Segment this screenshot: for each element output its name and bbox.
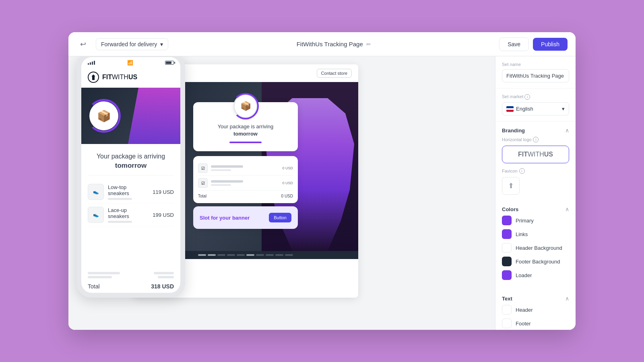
color-primary-row[interactable]: Primary	[502, 216, 569, 225]
colors-title: Colors	[502, 206, 518, 212]
color-header-bg-row[interactable]: Header Background	[502, 243, 569, 253]
back-button[interactable]: ↩	[76, 38, 89, 51]
set-market-section: Set market i English ▾	[495, 88, 576, 121]
info-icon[interactable]: i	[533, 137, 539, 142]
phone-total-row: Total 318 USD	[88, 280, 174, 290]
product-thumbnail: 👟	[88, 207, 104, 223]
info-icon[interactable]: i	[524, 94, 530, 100]
header-bg-label: Header Background	[516, 245, 562, 251]
text-footer-row[interactable]: Footer	[502, 319, 569, 328]
dot	[285, 254, 293, 256]
links-color-label: Links	[516, 231, 528, 237]
set-name-input[interactable]	[502, 69, 569, 82]
signal-icon	[88, 61, 95, 65]
text-header-row[interactable]: Header	[502, 305, 569, 315]
canvas-area: 📶	[68, 56, 495, 330]
horizontal-logo-label: Horizontal logo i	[502, 137, 569, 142]
package-icon: 📦	[240, 101, 251, 111]
chevron-down-icon: ▾	[562, 106, 565, 112]
contact-store-button[interactable]: Contact store	[317, 69, 352, 78]
dot	[275, 254, 283, 256]
tracking-status-text: Your package is arriving tomorrow	[201, 123, 290, 138]
toolbar: ↩ Forwarded for delivery ▾ FitWithUs Tra…	[68, 32, 576, 56]
set-name-section: Set name	[495, 56, 576, 88]
hero-image	[128, 88, 180, 144]
right-panel: Set name Set market i English ▾	[495, 56, 576, 330]
tracking-icon: 📦	[89, 101, 118, 130]
banner-slot: Slot for your banner Button	[193, 206, 298, 229]
total-label: Total	[88, 283, 100, 290]
status-line2: tomorrow	[88, 161, 174, 171]
edit-title-icon[interactable]: ✏	[366, 41, 371, 47]
set-market-label: Set market i	[502, 94, 569, 100]
phone-total-area: Total 318 USD	[81, 269, 180, 293]
loader-color-label: Loader	[516, 272, 532, 278]
product-desc-bar	[108, 198, 132, 200]
collapse-icon[interactable]: ∧	[565, 206, 569, 212]
product-thumbnail: ☑	[198, 178, 208, 188]
links-color-swatch	[502, 229, 512, 239]
dot	[266, 254, 274, 256]
product-price: 0 USD	[282, 181, 293, 185]
table-row: ☑ 0 USD	[198, 161, 293, 176]
colors-header: Colors ∧	[495, 200, 576, 216]
main-content: 📶	[68, 56, 576, 330]
product-thumbnail: ☑	[198, 163, 208, 173]
product-price: 0 USD	[282, 166, 293, 170]
total-row: Total 0 USD	[198, 191, 293, 198]
colors-content: Primary Links Header Background Footer B…	[495, 216, 576, 290]
save-button[interactable]: Save	[499, 37, 529, 51]
phone-status-bar: 📶	[81, 57, 180, 68]
market-dropdown[interactable]: English ▾	[502, 102, 569, 115]
banner-text: Slot for your banner	[200, 215, 250, 221]
table-row: ☑ 0 USD	[198, 176, 293, 191]
list-item: 👟 Lace-up sneakers 199 USD	[88, 204, 174, 226]
product-name: Low-top sneakers	[108, 184, 149, 196]
color-links-row[interactable]: Links	[502, 229, 569, 239]
color-loader-row[interactable]: Loader	[502, 270, 569, 280]
info-icon[interactable]: i	[519, 168, 525, 174]
favicon-upload[interactable]: ⬆	[502, 177, 520, 195]
footer-bg-label: Footer Background	[516, 259, 560, 265]
logo-preview: FITWITHUS	[518, 151, 553, 158]
product-price: 119 USD	[153, 189, 174, 195]
product-thumbnail: 👟	[88, 184, 104, 200]
collapse-icon[interactable]: ∧	[565, 127, 569, 134]
list-item: 👟 Low-top sneakers 119 USD	[88, 181, 174, 204]
collapse-icon[interactable]: ∧	[565, 295, 569, 302]
banner-button[interactable]: Button	[269, 213, 291, 222]
total-value: 0 USD	[281, 194, 293, 198]
total-value: 318 USD	[151, 283, 174, 290]
footer-text-label: Footer	[516, 321, 531, 327]
chevron-down-icon: ▾	[160, 41, 163, 47]
mobile-phone: 📶	[76, 56, 185, 298]
text-title: Text	[502, 296, 512, 302]
product-info	[211, 165, 279, 171]
subtotal-bars	[88, 272, 174, 274]
footer-text-swatch	[502, 319, 512, 328]
publish-button[interactable]: Publish	[533, 38, 568, 51]
product-details: Low-top sneakers	[108, 184, 149, 200]
phone-hero: 📦	[81, 88, 180, 144]
battery-icon	[165, 61, 174, 65]
product-details: Lace-up sneakers	[108, 207, 149, 223]
loader-color-swatch	[502, 270, 512, 280]
dot	[217, 254, 225, 256]
header-text-swatch	[502, 305, 512, 315]
market-left: English	[506, 106, 533, 112]
product-desc-bar	[211, 184, 231, 186]
product-name: Lace-up sneakers	[108, 207, 149, 219]
phone-status-text: Your package is arriving tomorrow	[81, 144, 180, 175]
text-header: Text ∧	[495, 290, 576, 305]
status-dropdown[interactable]: Forwarded for delivery ▾	[96, 38, 168, 50]
toolbar-actions: Save Publish	[499, 37, 568, 51]
color-footer-bg-row[interactable]: Footer Background	[502, 257, 569, 266]
logo-text: FITWITHUS	[102, 74, 137, 81]
product-price: 199 USD	[153, 212, 174, 218]
dot	[256, 254, 264, 256]
product-desc-bar	[108, 221, 132, 223]
logo-preview-box: FITWITHUS	[502, 146, 569, 163]
product-name-bar	[211, 165, 243, 168]
product-name-bar	[211, 180, 243, 183]
branding-title: Branding	[502, 128, 525, 134]
